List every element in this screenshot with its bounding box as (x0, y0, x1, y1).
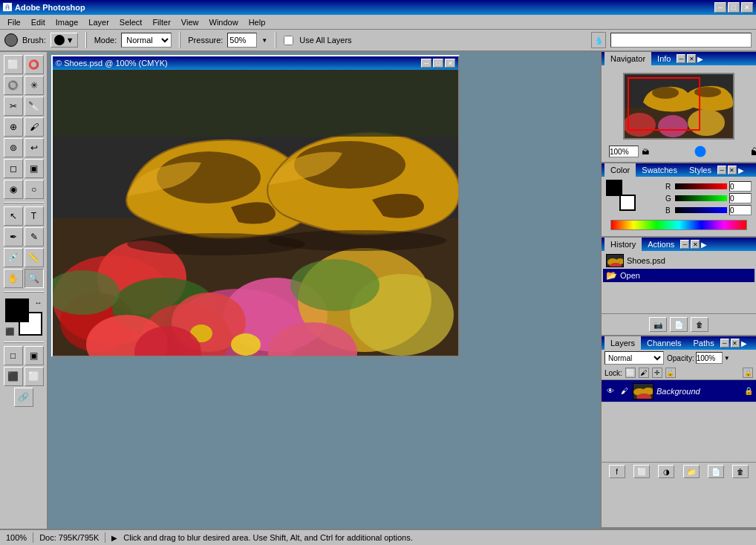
history-item-0[interactable]: Shoes.psd (603, 252, 755, 269)
history-minimize-btn[interactable]: ─ (680, 240, 689, 249)
blend-mode-select[interactable]: Normal Multiply Screen (605, 351, 664, 365)
tab-layers[interactable]: Layers (605, 336, 641, 350)
gradient-tool[interactable]: ▣ (25, 159, 44, 178)
tab-channels[interactable]: Channels (641, 336, 687, 350)
dodge-tool[interactable]: ○ (25, 180, 44, 199)
minimize-button[interactable]: ─ (714, 2, 726, 13)
color-close-btn[interactable]: ✕ (728, 166, 737, 174)
r-value-input[interactable]: 0 (729, 181, 752, 192)
g-value-input[interactable]: 0 (729, 193, 752, 203)
switch-colors-icon[interactable]: ↔ (35, 298, 42, 307)
document-canvas[interactable] (53, 70, 458, 356)
magic-wand-tool[interactable]: ✳ (25, 76, 44, 95)
doc-maximize-btn[interactable]: □ (433, 59, 443, 68)
hand-tool[interactable]: ✋ (4, 269, 23, 288)
history-menu-arrow[interactable]: ▶ (701, 241, 707, 249)
tab-styles[interactable]: Styles (683, 163, 717, 177)
tab-info[interactable]: Info (651, 52, 677, 65)
navigator-minimize-btn[interactable]: ─ (677, 54, 685, 63)
pressure-input[interactable]: 50% (227, 33, 257, 48)
slice-tool[interactable]: 🔪 (25, 97, 44, 116)
brush-size-dropdown[interactable]: ▼ (50, 33, 78, 48)
standard-screen-btn[interactable]: ⬛ (4, 367, 23, 386)
eraser-tool[interactable]: ◻ (4, 159, 23, 178)
layer-mask-btn[interactable]: ⬜ (633, 465, 650, 478)
layer-item-background[interactable]: 👁 🖌 Background 🔒 (602, 380, 756, 402)
menu-file[interactable]: File (3, 16, 25, 28)
bg-color-box[interactable] (619, 195, 636, 211)
color-minimize-btn[interactable]: ─ (717, 166, 726, 174)
menu-filter[interactable]: Filter (148, 16, 175, 28)
lasso-tool[interactable]: 🔘 (4, 76, 23, 95)
history-close-btn[interactable]: ✕ (691, 240, 700, 249)
menu-window[interactable]: Window (205, 16, 243, 28)
menu-layer[interactable]: Layer (84, 16, 114, 28)
foreground-color-swatch[interactable] (5, 298, 29, 322)
marquee-ellipse-tool[interactable]: ⭕ (25, 55, 44, 74)
tab-color[interactable]: Color (605, 163, 636, 177)
history-new-snapshot-btn[interactable]: 📷 (649, 317, 667, 332)
layers-menu-arrow[interactable]: ▶ (741, 339, 747, 347)
default-colors-icon[interactable]: ⬛ (5, 327, 14, 336)
fg-color-box[interactable] (606, 180, 622, 196)
lock-all-btn[interactable]: 🔒 (665, 368, 676, 378)
menu-view[interactable]: View (177, 16, 203, 28)
use-all-layers-checkbox[interactable] (284, 36, 293, 45)
standard-mode-btn[interactable]: □ (4, 346, 23, 365)
heal-tool[interactable]: ⊕ (4, 117, 23, 137)
navigator-menu-arrow[interactable]: ▶ (697, 55, 703, 63)
quickmask-mode-btn[interactable]: ▣ (25, 346, 44, 365)
brush-tool[interactable]: 🖌 (25, 117, 44, 137)
doc-minimize-btn[interactable]: ─ (421, 59, 431, 68)
doc-close-btn[interactable]: ✕ (445, 59, 455, 68)
airbrush-icon[interactable]: 💧 (591, 32, 606, 48)
clone-tool[interactable]: ⊚ (4, 138, 23, 157)
mode-select[interactable]: Normal Dissolve Multiply (121, 33, 172, 48)
menu-edit[interactable]: Edit (27, 16, 50, 28)
opacity-arrow[interactable]: ▼ (724, 355, 730, 362)
tab-actions[interactable]: Actions (642, 238, 680, 251)
history-item-1[interactable]: 📂 Open (603, 269, 755, 282)
tab-navigator[interactable]: Navigator (605, 52, 651, 65)
lock-transparent-btn[interactable]: ⬜ (625, 368, 636, 378)
color-spectrum[interactable] (610, 220, 747, 230)
menu-select[interactable]: Select (115, 16, 147, 28)
layer-delete-btn[interactable]: 🗑 (732, 465, 749, 478)
menu-help[interactable]: Help (244, 16, 270, 28)
eyedrop-tool[interactable]: 💉 (4, 248, 23, 267)
layer-folder-btn[interactable]: 📁 (683, 465, 700, 478)
maximize-button[interactable]: □ (728, 2, 740, 13)
zoom-tool[interactable]: 🔍 (25, 269, 44, 288)
marquee-rect-tool[interactable]: ⬜ (4, 55, 23, 74)
zoom-out-icon[interactable]: 🏔 (642, 148, 649, 156)
lock-position-btn[interactable]: ✛ (652, 368, 662, 378)
menu-image[interactable]: Image (51, 16, 83, 28)
zoom-slider[interactable] (652, 149, 748, 154)
layer-new-btn[interactable]: 📄 (708, 465, 724, 478)
crop-tool[interactable]: ✂ (4, 97, 23, 116)
imageready-btn[interactable]: 🔗 (14, 388, 33, 407)
history-delete-btn[interactable]: 🗑 (691, 317, 708, 332)
layer-style-btn[interactable]: f (609, 465, 625, 478)
close-button[interactable]: ✕ (741, 2, 753, 13)
color-menu-arrow[interactable]: ▶ (738, 166, 744, 174)
pressure-arrow[interactable]: ▼ (261, 37, 267, 44)
blur-tool[interactable]: ◉ (4, 180, 23, 199)
layer-adjustment-btn[interactable]: ◑ (658, 465, 674, 478)
fullscreen-btn[interactable]: ⬜ (25, 367, 44, 386)
layer-visibility-eye[interactable]: 👁 (605, 385, 616, 397)
path-tool[interactable]: ↖ (4, 206, 23, 226)
history-new-document-btn[interactable]: 📄 (670, 317, 688, 332)
annotation-tool[interactable]: ✎ (25, 227, 44, 247)
measure-tool[interactable]: 📏 (25, 248, 44, 267)
tab-history[interactable]: History (605, 238, 642, 251)
pen-tool[interactable]: ✒ (4, 227, 23, 247)
history-brush-tool[interactable]: ↩ (25, 138, 44, 157)
opacity-input[interactable]: 100% (696, 352, 723, 364)
zoom-in-icon[interactable]: 🏔 (751, 146, 756, 157)
tab-paths[interactable]: Paths (688, 336, 720, 350)
navigator-close-btn[interactable]: ✕ (687, 54, 696, 63)
layers-close-btn[interactable]: ✕ (731, 339, 740, 347)
type-tool[interactable]: T (25, 206, 44, 226)
layers-minimize-btn[interactable]: ─ (720, 339, 729, 347)
